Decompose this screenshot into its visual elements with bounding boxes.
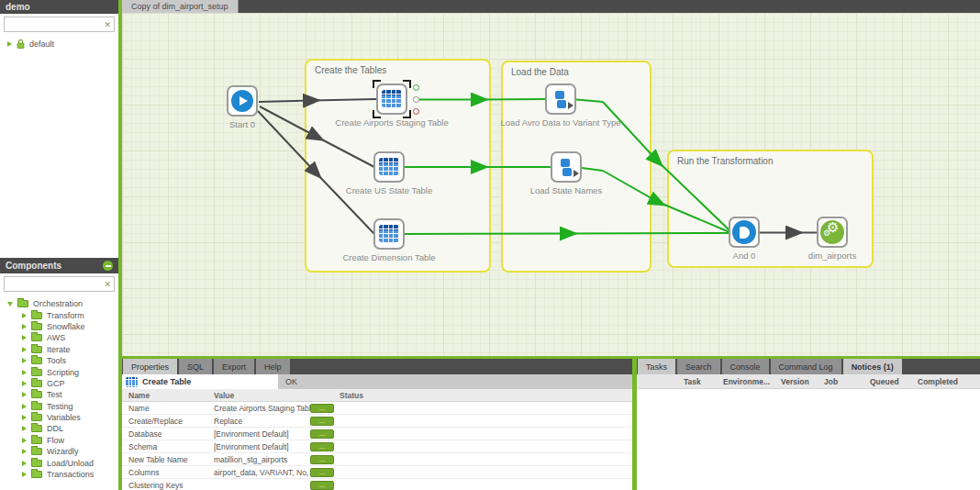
edit-property-button[interactable]: ... — [310, 481, 334, 490]
properties-tab[interactable]: Export — [214, 359, 254, 374]
components-tree-folder[interactable]: DDL — [0, 423, 118, 434]
expand-arrow-icon[interactable] — [22, 370, 27, 375]
property-row[interactable]: Database [Environment Default] ... — [122, 428, 632, 440]
expand-arrow-icon[interactable] — [22, 392, 27, 397]
components-tree-folder[interactable]: Variables — [0, 412, 118, 423]
expand-arrow-icon[interactable] — [22, 358, 27, 363]
expand-arrow-icon[interactable] — [22, 313, 27, 318]
folder-icon — [31, 403, 42, 410]
start-node-box[interactable] — [227, 85, 258, 117]
left-sidebar: demo ✕ default Components ✕ — [0, 0, 122, 490]
success-port[interactable] — [413, 84, 419, 91]
expand-arrow-icon[interactable] — [22, 324, 27, 329]
components-panel-title: Components — [6, 261, 61, 271]
load-node-box[interactable] — [551, 151, 582, 183]
properties-tabbar: Properties SQL Export Help — [122, 359, 632, 374]
transformation-node-box[interactable]: ⚙⚙ — [817, 217, 848, 248]
property-row[interactable]: Clustering Keys ... — [122, 479, 632, 490]
components-tree-folder[interactable]: Transactions — [0, 469, 118, 480]
edit-property-button[interactable]: ... — [310, 429, 334, 439]
properties-grid-body: Name Create Airports Staging Table ... C… — [122, 402, 632, 490]
tasks-tab[interactable]: Command Log — [771, 359, 841, 374]
edit-property-button[interactable]: ... — [310, 442, 334, 451]
components-tree-folder[interactable]: Transform — [0, 309, 118, 320]
tasks-tab[interactable]: Tasks — [638, 359, 675, 374]
and-node-box[interactable] — [729, 217, 760, 248]
expand-arrow-icon[interactable] — [22, 449, 27, 454]
components-search-input[interactable] — [6, 278, 102, 290]
components-search-clear-icon[interactable]: ✕ — [104, 279, 111, 290]
components-tree-folder[interactable]: Snowflake — [0, 321, 118, 332]
expand-arrow-icon[interactable] — [22, 335, 27, 340]
tasks-tab[interactable]: Console — [722, 359, 769, 374]
project-tree-item[interactable]: default — [0, 39, 118, 50]
property-row[interactable]: Columns airport_data, VARIANT, No, No, N… — [122, 466, 632, 479]
property-row[interactable]: Create/Replace Replace ... — [122, 415, 632, 428]
components-tree-folder[interactable]: Test — [0, 389, 118, 400]
collapse-arrow-icon[interactable] — [7, 302, 13, 306]
table-icon — [382, 90, 402, 107]
property-row[interactable]: Name Create Airports Staging Table ... — [122, 402, 632, 415]
expand-arrow-icon[interactable] — [22, 461, 27, 466]
folder-icon — [31, 471, 42, 478]
project-panel-header: demo — [0, 0, 118, 14]
tasks-tab[interactable]: Notices (1) — [843, 359, 902, 374]
expand-arrow-icon[interactable] — [22, 415, 27, 420]
expand-arrow-icon[interactable] — [7, 41, 12, 47]
job-canvas[interactable]: Create the Tables Load the Data Run the … — [122, 13, 980, 358]
expand-arrow-icon[interactable] — [22, 404, 27, 409]
table-node-box[interactable] — [373, 151, 405, 183]
properties-panel: Properties SQL Export Help Create Table … — [122, 356, 632, 490]
lock-icon — [17, 36, 25, 52]
tasks-panel: Tasks Search Console Command Log Notices… — [637, 356, 980, 490]
folder-icon — [31, 437, 42, 444]
project-search-clear-icon[interactable]: ✕ — [104, 19, 111, 30]
folder-icon — [31, 391, 42, 398]
components-tree-folder[interactable]: Scripting — [0, 366, 118, 377]
components-tree-root[interactable]: Orchestration — [0, 298, 118, 309]
tasks-grid-header: Task Environme... Version Job Queued Com… — [637, 374, 980, 389]
components-tree-folder[interactable]: AWS — [0, 332, 118, 343]
folder-icon — [31, 323, 42, 330]
components-tree-folder[interactable]: Flow — [0, 435, 118, 446]
tasks-grid-body — [637, 389, 980, 490]
unconditional-port[interactable] — [413, 96, 419, 103]
folder-icon — [31, 369, 42, 376]
properties-tab[interactable]: Properties — [123, 359, 177, 374]
folder-icon — [31, 357, 42, 364]
components-tree-folder[interactable]: Tools — [0, 355, 118, 366]
components-tree-folder[interactable]: Iterate — [0, 344, 118, 355]
edit-property-button[interactable]: ... — [310, 455, 334, 464]
properties-tab[interactable]: Help — [256, 359, 290, 374]
load-icon — [555, 91, 564, 99]
load-node-box[interactable] — [545, 84, 576, 115]
tasks-tabbar: Tasks Search Console Command Log Notices… — [637, 359, 980, 374]
property-row[interactable]: Schema [Environment Default] ... — [122, 440, 632, 453]
tasks-tab[interactable]: Search — [677, 359, 720, 374]
table-node-box[interactable] — [373, 218, 405, 250]
expand-arrow-icon[interactable] — [22, 426, 27, 431]
expand-arrow-icon[interactable] — [22, 347, 27, 352]
project-search-input[interactable] — [6, 18, 102, 30]
table-icon — [126, 377, 138, 387]
expand-arrow-icon[interactable] — [22, 381, 27, 386]
expand-arrow-icon[interactable] — [22, 472, 27, 477]
properties-tab[interactable]: SQL — [179, 359, 212, 374]
edit-property-button[interactable]: ... — [310, 404, 334, 413]
components-tree-folder[interactable]: Load/Unload — [0, 457, 118, 468]
property-row[interactable]: New Table Name matillion_stg_airports ..… — [122, 453, 632, 466]
components-tree-folder[interactable]: Wizardly — [0, 446, 118, 457]
job-tab[interactable]: Copy of dim_airport_setup — [122, 0, 239, 13]
table-icon — [379, 225, 399, 242]
components-tree-folder[interactable]: Testing — [0, 401, 118, 412]
edit-property-button[interactable]: ... — [310, 468, 334, 477]
edit-property-button[interactable]: ... — [310, 417, 334, 426]
table-node-box[interactable] — [376, 84, 407, 115]
collapse-panel-icon[interactable] — [103, 261, 113, 271]
expand-arrow-icon[interactable] — [22, 438, 27, 443]
project-panel-title: demo — [6, 2, 30, 12]
folder-icon — [31, 414, 42, 421]
component-status: OK — [285, 377, 297, 386]
failure-port[interactable] — [413, 108, 419, 115]
components-tree-folder[interactable]: GCP — [0, 378, 118, 389]
